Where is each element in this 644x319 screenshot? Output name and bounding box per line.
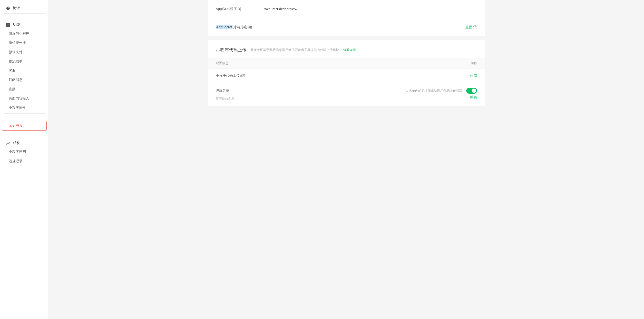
code-upload-desc: 开发者可基于配置信息调用微信开发者工具提供的代码上传模块。 查看详情: [250, 48, 356, 52]
toggle-slider: [466, 88, 477, 94]
growth-icon: [6, 141, 10, 145]
upload-key-row: 小程序代码上传密钥 生成: [208, 69, 485, 83]
sidebar-item-label-logistics: 物流助手: [9, 59, 22, 64]
table-header-config: 配置信息: [216, 61, 228, 65]
sidebar-item-label-search: 微信搜一搜: [9, 41, 26, 45]
sidebar-item-label-rating: 小程序评测: [9, 150, 26, 154]
sidebar-item-subscription[interactable]: 订阅消息: [0, 75, 48, 85]
ip-desc: 白名单内的IP才能成功调用代码上传接口: [406, 89, 462, 93]
appid-label: AppID(小程序ID): [216, 7, 264, 11]
sidebar-label-dev: 开发: [16, 124, 23, 128]
svg-rect-1: [8, 23, 10, 25]
upload-key-label: 小程序代码上传密钥: [216, 73, 246, 78]
sidebar-item-label-plugin: 小程序插件: [9, 106, 26, 110]
appid-card: AppID(小程序ID) wxd3bf70dcdad69c57 AppSecre…: [208, 0, 485, 36]
help-icon[interactable]: ?: [473, 25, 477, 29]
sidebar-label-growth: 成长: [13, 141, 20, 145]
ip-row-top: IP白名单 白名单内的IP才能成功调用代码上传接口: [216, 88, 477, 94]
appsecret-label-suffix: (小程序密钥): [232, 25, 252, 29]
sidebar-header-stats[interactable]: 统计: [0, 4, 48, 13]
sidebar-item-violation[interactable]: 违规记录: [0, 157, 48, 166]
sidebar-item-service[interactable]: 客服: [0, 66, 48, 75]
grid-icon: [6, 23, 10, 27]
edit-button[interactable]: 编辑: [470, 95, 477, 100]
sidebar-item-label-service: 客服: [9, 69, 16, 73]
sidebar-item-live[interactable]: 直播: [0, 85, 48, 94]
appsecret-label-prefix: AppSecret: [216, 25, 232, 29]
code-upload-desc-text: 开发者可基于配置信息调用微信开发者工具提供的代码上传模块。: [250, 48, 342, 52]
main-content: AppID(小程序ID) wxd3bf70dcdad69c57 AppSecre…: [49, 0, 644, 319]
reset-button[interactable]: 重置 ?: [465, 25, 477, 30]
svg-rect-0: [6, 23, 8, 25]
sidebar-section-dev: </> 开发: [0, 117, 48, 135]
sidebar-section-features: 功能 附近的小程序 微信搜一搜 微信支付 物流助手 客服 订阅消息 直播 页面内…: [0, 17, 48, 117]
code-upload-header: 小程序代码上传 开发者可基于配置信息调用微信开发者工具提供的代码上传模块。 查看…: [208, 40, 485, 58]
sidebar-item-logistics[interactable]: 物流助手: [0, 57, 48, 66]
sidebar-item-dev[interactable]: </> 开发: [2, 121, 46, 131]
ip-label: IP白名单: [216, 89, 229, 93]
sidebar: 统计 功能 附近的小程序 微信搜一搜 微信支付 物流助手: [0, 0, 49, 319]
sidebar-label-features: 功能: [13, 23, 20, 27]
sidebar-item-page-content[interactable]: 页面内容接入: [0, 94, 48, 103]
sidebar-section-growth: 成长 小程序评测 违规记录: [0, 135, 48, 168]
sidebar-item-label-payment: 微信支付: [9, 50, 22, 54]
code-upload-title: 小程序代码上传: [216, 47, 246, 53]
ip-empty-text: 暂无IP白名单: [216, 97, 234, 101]
sidebar-header-growth[interactable]: 成长: [0, 139, 48, 147]
code-upload-link[interactable]: 查看详情: [343, 48, 356, 52]
sidebar-header-features[interactable]: 功能: [0, 21, 48, 29]
reset-label: 重置: [465, 25, 472, 30]
table-header-action: 操作: [471, 61, 477, 65]
ip-toggle[interactable]: [466, 88, 477, 94]
sidebar-item-search[interactable]: 微信搜一搜: [0, 38, 48, 48]
sidebar-item-label-live: 直播: [9, 87, 16, 92]
sidebar-section-stats: 统计: [0, 0, 48, 17]
sidebar-item-label-violation: 违规记录: [9, 159, 22, 163]
pie-chart-icon: [6, 6, 10, 11]
sidebar-item-label-nearby: 附近的小程序: [9, 32, 29, 36]
code-upload-card: 小程序代码上传 开发者可基于配置信息调用微信开发者工具提供的代码上传模块。 查看…: [208, 40, 485, 106]
appid-row: AppID(小程序ID) wxd3bf70dcdad69c57: [208, 0, 485, 18]
sidebar-label-stats: 统计: [13, 6, 20, 11]
svg-rect-2: [6, 25, 8, 27]
sidebar-item-rating[interactable]: 小程序评测: [0, 147, 48, 157]
ip-whitelist-section: IP白名单 白名单内的IP才能成功调用代码上传接口 暂无IP白名单 编辑: [208, 83, 485, 106]
table-header: 配置信息 操作: [208, 58, 485, 69]
content-area: AppID(小程序ID) wxd3bf70dcdad69c57 AppSecre…: [200, 0, 493, 106]
divider-1: [4, 14, 44, 14]
appsecret-row: AppSecret(小程序密钥) 重置 ?: [208, 18, 485, 36]
sidebar-item-payment[interactable]: 微信支付: [0, 48, 48, 57]
sidebar-item-nearby[interactable]: 附近的小程序: [0, 29, 48, 38]
sidebar-item-label-page-content: 页面内容接入: [9, 96, 29, 101]
appsecret-label: AppSecret(小程序密钥): [216, 25, 264, 30]
divider-3: [4, 132, 44, 132]
appid-value: wxd3bf70dcdad69c57: [264, 7, 477, 11]
sidebar-item-label-subscription: 订阅消息: [9, 78, 22, 82]
svg-rect-3: [8, 25, 10, 27]
code-icon: </>: [9, 124, 15, 128]
generate-button[interactable]: 生成: [470, 73, 477, 78]
ip-empty-row: 暂无IP白名单 编辑: [216, 94, 477, 101]
ip-right: 白名单内的IP才能成功调用代码上传接口: [406, 88, 477, 94]
divider-2: [4, 113, 44, 114]
sidebar-item-plugin[interactable]: 小程序插件: [0, 103, 48, 112]
